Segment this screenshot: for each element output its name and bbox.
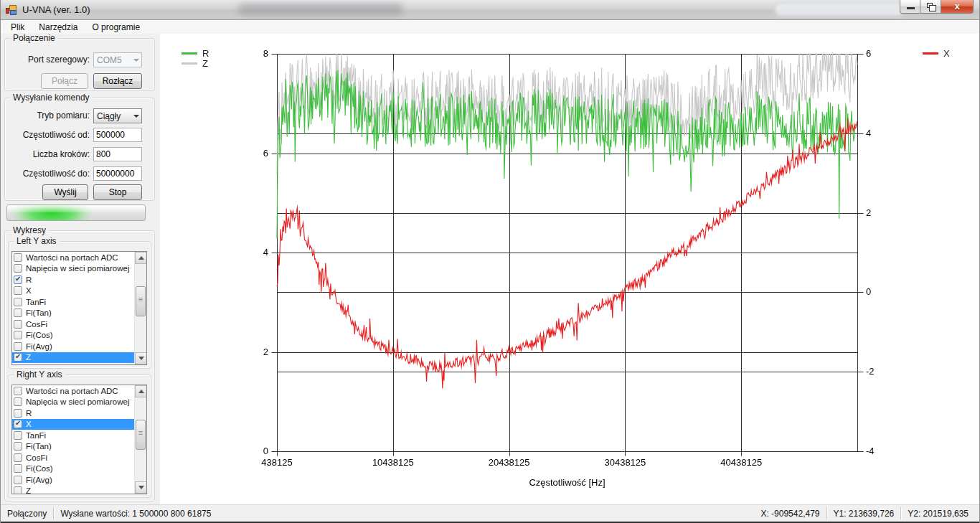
list-item-label: Fi(Cos) <box>26 464 53 473</box>
x-axis-tick-label: 40438125 <box>709 457 773 468</box>
right-y-axis-listbox[interactable]: Wartości na portach ADCNapięcia w sieci … <box>11 385 147 494</box>
left-axis-tick-label: 2 <box>244 347 268 357</box>
left-y-axis-listbox[interactable]: Wartości na portach ADCNapięcia w sieci … <box>11 251 147 365</box>
legend-swatch-icon <box>923 52 938 55</box>
send-button[interactable]: Wyślij <box>42 184 88 200</box>
list-item-napi-cia-w-sieci-pomiarowej[interactable]: Napięcia w sieci pomiarowej <box>12 397 146 408</box>
checkbox-icon[interactable] <box>14 409 22 418</box>
restore-button[interactable] <box>920 0 941 14</box>
scrollbar-thumb[interactable] <box>136 286 146 316</box>
left-axis-tick-label: 8 <box>244 48 268 59</box>
list-item-label: CosFi <box>26 453 47 462</box>
checkbox-icon[interactable] <box>14 476 22 484</box>
redacted-title-area <box>239 4 402 16</box>
list-item-fi-avg-[interactable]: Fi(Avg) <box>12 341 146 352</box>
list-item-x[interactable]: X <box>12 419 146 430</box>
checkbox-icon[interactable] <box>14 397 22 406</box>
steps-input[interactable] <box>93 147 142 161</box>
list-item-r[interactable]: R <box>12 274 146 286</box>
checkbox-icon[interactable] <box>14 342 22 351</box>
checkbox-icon[interactable] <box>14 453 22 462</box>
legend-item-r: R <box>182 48 209 59</box>
scroll-up-icon[interactable] <box>135 385 147 397</box>
list-item-cosfi[interactable]: CosFi <box>12 452 146 463</box>
list-item-fi-cos-[interactable]: Fi(Cos) <box>12 330 146 341</box>
left-axis-tick-label: 6 <box>244 148 268 159</box>
checkbox-checked-icon[interactable] <box>14 420 22 428</box>
list-item-z[interactable]: Z <box>12 352 146 364</box>
checkbox-icon[interactable] <box>14 308 22 317</box>
list-item-cosfi[interactable]: CosFi <box>12 319 146 330</box>
vertical-scrollbar[interactable] <box>134 385 146 494</box>
scroll-down-icon[interactable] <box>135 352 147 364</box>
menu-item-o-programie[interactable]: O programie <box>85 21 147 34</box>
scrollbar-thumb[interactable] <box>136 420 146 450</box>
checkbox-icon[interactable] <box>14 431 22 440</box>
list-item-label: TanFi <box>26 431 46 440</box>
left-y-axis-title: Left Y axis <box>14 236 60 246</box>
list-item-x[interactable]: X <box>12 286 146 297</box>
x-axis-title: Częstotliwość [Hz] <box>510 477 625 488</box>
chart-canvas[interactable] <box>160 34 980 504</box>
window-title: U-VNA (ver. 1.0) <box>22 4 90 15</box>
command-group-title: Wysyłanie komendy <box>10 93 93 103</box>
restore-icon <box>927 3 933 8</box>
left-y-axis-group: Left Y axis Wartości na portach ADCNapię… <box>8 241 151 369</box>
checkbox-icon[interactable] <box>14 286 22 295</box>
list-item-napi-cia-w-sieci-pomiarowej[interactable]: Napięcia w sieci pomiarowej <box>12 263 146 275</box>
list-item-warto-ci-na-portach-adc[interactable]: Wartości na portach ADC <box>12 385 146 397</box>
measure-mode-value: Ciągły <box>97 111 121 121</box>
scroll-up-icon[interactable] <box>135 252 147 264</box>
checkbox-icon[interactable] <box>14 486 22 494</box>
progress-indicator <box>10 205 109 220</box>
checkbox-icon[interactable] <box>14 298 22 306</box>
connection-group-title: Połączenie <box>10 33 58 43</box>
measure-mode-combobox[interactable]: Ciągły <box>93 108 142 123</box>
checkbox-icon[interactable] <box>14 442 22 451</box>
freq-to-label: Częstotliwość do: <box>23 169 90 179</box>
legend-item-x: X <box>923 48 950 59</box>
checkbox-icon[interactable] <box>14 253 22 262</box>
x-axis-tick-label: 30438125 <box>593 457 657 468</box>
list-item-fi-tan-[interactable]: Fi(Tan) <box>12 441 146 453</box>
checkbox-checked-icon[interactable] <box>14 353 22 362</box>
checkbox-icon[interactable] <box>14 387 22 395</box>
serial-port-combobox[interactable]: COM5 <box>93 52 142 67</box>
app-icon <box>6 4 17 16</box>
close-button[interactable]: x <box>941 0 974 14</box>
vertical-scrollbar[interactable] <box>134 252 146 364</box>
checkbox-checked-icon[interactable] <box>14 275 22 284</box>
list-item-warto-ci-na-portach-adc[interactable]: Wartości na portach ADC <box>12 252 146 263</box>
menu-item-plik[interactable]: Plik <box>4 21 32 34</box>
stop-button[interactable]: Stop <box>93 184 142 200</box>
checkbox-icon[interactable] <box>14 264 22 273</box>
close-icon: x <box>941 1 973 11</box>
list-item-tanfi[interactable]: TanFi <box>12 296 146 308</box>
connect-button[interactable]: Połącz <box>41 73 88 89</box>
minimize-button[interactable] <box>900 0 920 14</box>
freq-to-input[interactable] <box>93 166 142 181</box>
checkbox-icon[interactable] <box>14 320 22 329</box>
disconnect-button[interactable]: Rozłącz <box>93 73 142 89</box>
list-item-fi-avg-[interactable]: Fi(Avg) <box>12 474 146 486</box>
list-item-fi-cos-[interactable]: Fi(Cos) <box>12 463 146 475</box>
checkbox-icon[interactable] <box>14 331 22 339</box>
checkbox-icon[interactable] <box>14 464 22 473</box>
menu-item-narzędzia[interactable]: Narzędzia <box>32 21 85 34</box>
list-item-label: Napięcia w sieci pomiarowej <box>26 397 129 406</box>
freq-from-input[interactable] <box>93 128 142 142</box>
window-controls: x <box>900 0 974 14</box>
list-item-tanfi[interactable]: TanFi <box>12 430 146 441</box>
list-item-fi-tan-[interactable]: Fi(Tan) <box>12 308 146 319</box>
list-item-z[interactable]: Z <box>12 486 146 495</box>
legend-label: X <box>943 48 950 59</box>
left-axis-tick-label: 4 <box>244 247 268 258</box>
list-item-label: R <box>26 409 32 418</box>
status-left: Połączony Wysłane wartości: 1 500000 800… <box>1 505 217 522</box>
x-axis-tick-label: 20438125 <box>477 457 542 468</box>
scroll-down-icon[interactable] <box>135 481 147 494</box>
status-bar: Połączony Wysłane wartości: 1 500000 800… <box>1 504 979 522</box>
charts-group-title: Wykresy <box>10 225 49 235</box>
app-window: U-VNA (ver. 1.0) x PlikNarzędziaO progra… <box>0 0 980 523</box>
list-item-r[interactable]: R <box>12 407 146 419</box>
